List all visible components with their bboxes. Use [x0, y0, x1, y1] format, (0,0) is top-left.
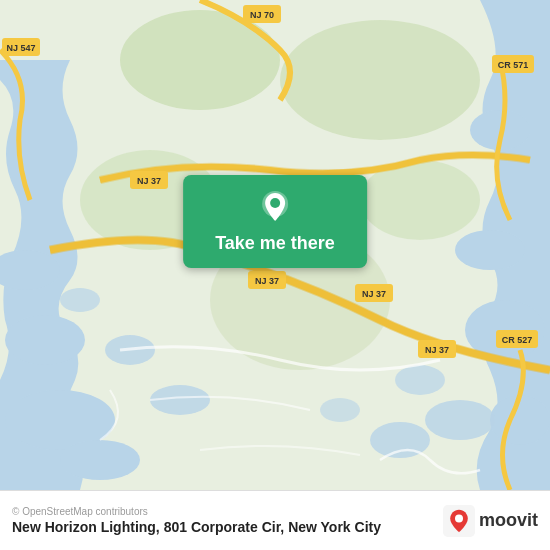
- svg-point-10: [150, 385, 210, 415]
- take-me-there-label: Take me there: [215, 233, 335, 254]
- footer-left: © OpenStreetMap contributors New Horizon…: [12, 506, 381, 535]
- svg-point-14: [320, 398, 360, 422]
- svg-text:NJ 37: NJ 37: [137, 176, 161, 186]
- moovit-logo: moovit: [443, 505, 538, 537]
- moovit-logo-icon: [443, 505, 475, 537]
- svg-point-11: [60, 288, 100, 312]
- svg-point-38: [270, 198, 280, 208]
- svg-text:NJ 37: NJ 37: [255, 276, 279, 286]
- footer-bar: © OpenStreetMap contributors New Horizon…: [0, 490, 550, 550]
- svg-point-40: [455, 514, 463, 522]
- svg-point-1: [5, 315, 85, 365]
- svg-text:NJ 37: NJ 37: [425, 345, 449, 355]
- svg-text:CR 527: CR 527: [502, 335, 533, 345]
- svg-text:NJ 70: NJ 70: [250, 10, 274, 20]
- svg-text:NJ 37: NJ 37: [362, 289, 386, 299]
- svg-text:NJ 547: NJ 547: [6, 43, 35, 53]
- svg-text:CR 571: CR 571: [498, 60, 529, 70]
- location-name: New Horizon Lighting, 801 Corporate Cir,…: [12, 519, 381, 535]
- svg-point-7: [455, 230, 525, 270]
- svg-point-16: [120, 10, 280, 110]
- location-pin-icon: [257, 189, 293, 225]
- svg-point-17: [280, 20, 480, 140]
- map-view: NJ 37 NJ 37 NJ 37 NJ 70 NJ 547 CR 571 CR…: [0, 0, 550, 490]
- osm-attribution: © OpenStreetMap contributors: [12, 506, 381, 517]
- svg-point-12: [395, 365, 445, 395]
- svg-point-15: [425, 400, 495, 440]
- moovit-text: moovit: [479, 510, 538, 531]
- take-me-there-button[interactable]: Take me there: [183, 175, 367, 268]
- svg-point-4: [60, 440, 140, 480]
